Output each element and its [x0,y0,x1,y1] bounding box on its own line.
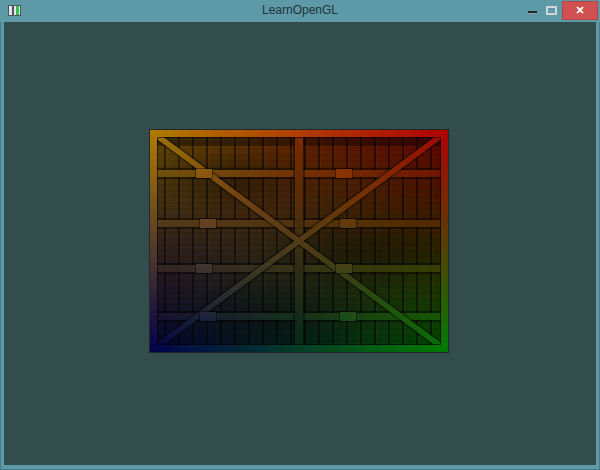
minimize-button[interactable] [522,2,540,20]
close-icon: ✕ [575,4,584,16]
titlebar: LearnOpenGL ✕ [0,0,600,22]
container-texture [150,130,448,352]
textured-quad [150,130,448,352]
close-button[interactable]: ✕ [562,1,598,20]
texture-frame [150,130,448,352]
maximize-icon [546,6,557,15]
minimize-icon [528,11,537,14]
gl-viewport [4,22,596,465]
maximize-button[interactable] [541,2,559,20]
app-window: LearnOpenGL ✕ [0,0,600,470]
window-title: LearnOpenGL [0,0,600,22]
